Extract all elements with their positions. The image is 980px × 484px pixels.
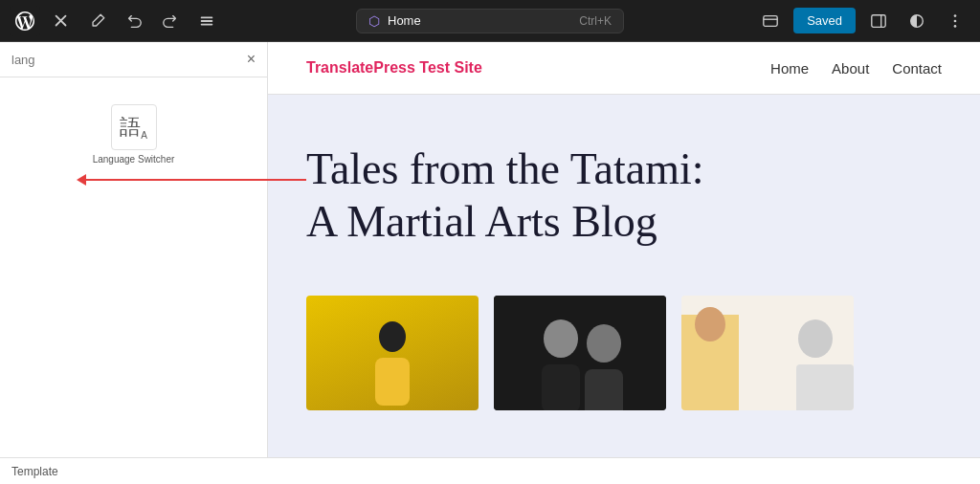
sidebar-search-bar: × xyxy=(0,42,267,77)
sidebar-toggle-icon[interactable] xyxy=(863,6,894,36)
toolbar: ⬡ Home Ctrl+K Saved xyxy=(0,0,980,42)
nav-about[interactable]: About xyxy=(832,60,869,77)
site-logo: TranslatePress Test Site xyxy=(306,59,482,77)
arrow-head xyxy=(77,174,86,186)
redo-button[interactable] xyxy=(155,6,186,36)
nav-contact[interactable]: Contact xyxy=(892,60,942,77)
sidebar-content: 語A Language Switcher xyxy=(0,77,267,457)
preview-inner: TranslatePress Test Site Home About Cont… xyxy=(268,42,980,457)
toolbar-center: ⬡ Home Ctrl+K xyxy=(332,9,649,33)
image-placeholder-2 xyxy=(494,296,666,410)
undo-button[interactable] xyxy=(119,6,149,36)
toolbar-right: Saved xyxy=(654,6,970,36)
svg-rect-3 xyxy=(764,15,777,26)
svg-rect-15 xyxy=(585,369,623,410)
svg-rect-1 xyxy=(201,20,213,22)
arrow-line xyxy=(86,179,306,181)
site-nav: Home About Contact xyxy=(770,60,942,77)
url-bar[interactable]: ⬡ Home Ctrl+K xyxy=(356,9,624,33)
saved-button[interactable]: Saved xyxy=(793,8,856,33)
annotation-arrow xyxy=(77,174,306,186)
hero-title-line1: Tales from the Tatami: xyxy=(306,144,704,193)
svg-point-8 xyxy=(954,25,957,28)
hero-section: Tales from the Tatami: A Martial Arts Bl… xyxy=(268,95,980,276)
svg-rect-13 xyxy=(542,364,580,410)
svg-point-9 xyxy=(379,321,406,352)
language-switcher-icon-box: 語A xyxy=(111,104,157,150)
wordpress-logo[interactable] xyxy=(10,6,40,36)
sidebar: × 語A Language Switcher xyxy=(0,42,268,457)
svg-rect-20 xyxy=(796,364,854,410)
sidebar-search-close-icon[interactable]: × xyxy=(247,52,256,67)
status-bar: Template xyxy=(0,457,980,484)
list-view-button[interactable] xyxy=(191,6,222,36)
svg-point-6 xyxy=(954,14,957,17)
preview-area: TranslatePress Test Site Home About Cont… xyxy=(268,42,980,457)
status-label: Template xyxy=(11,465,58,478)
view-icon[interactable] xyxy=(755,6,786,36)
language-switcher-block[interactable]: 語A Language Switcher xyxy=(81,97,187,172)
person-image-1 xyxy=(306,296,479,410)
toolbar-left xyxy=(10,6,326,36)
hero-title-line2: A Martial Arts Blog xyxy=(306,197,657,246)
page-icon: ⬡ xyxy=(368,13,380,29)
site-header: TranslatePress Test Site Home About Cont… xyxy=(268,42,980,95)
style-icon[interactable] xyxy=(902,6,932,36)
url-bar-page-name: Home xyxy=(388,13,421,28)
main-layout: × 語A Language Switcher TranslatePress Te… xyxy=(0,42,980,457)
svg-point-12 xyxy=(544,319,578,358)
svg-rect-0 xyxy=(201,16,213,18)
svg-point-14 xyxy=(587,324,621,363)
image-placeholder-1 xyxy=(306,296,479,410)
svg-point-7 xyxy=(954,19,957,22)
sidebar-search-input[interactable] xyxy=(11,53,247,67)
svg-rect-10 xyxy=(375,358,410,406)
hero-title: Tales from the Tatami: A Martial Arts Bl… xyxy=(306,143,880,248)
more-options-icon[interactable] xyxy=(940,6,970,36)
url-bar-shortcut: Ctrl+K xyxy=(579,14,612,28)
svg-rect-2 xyxy=(201,23,213,25)
svg-point-18 xyxy=(695,307,725,341)
block-label: Language Switcher xyxy=(93,154,175,165)
image-placeholder-3 xyxy=(681,296,854,410)
nav-home[interactable]: Home xyxy=(770,60,809,77)
svg-rect-4 xyxy=(872,14,885,27)
image-row xyxy=(268,296,980,410)
pen-tool-button[interactable] xyxy=(82,6,113,36)
svg-point-19 xyxy=(798,319,833,358)
close-button[interactable] xyxy=(46,6,77,36)
language-icon: 語A xyxy=(120,113,147,142)
